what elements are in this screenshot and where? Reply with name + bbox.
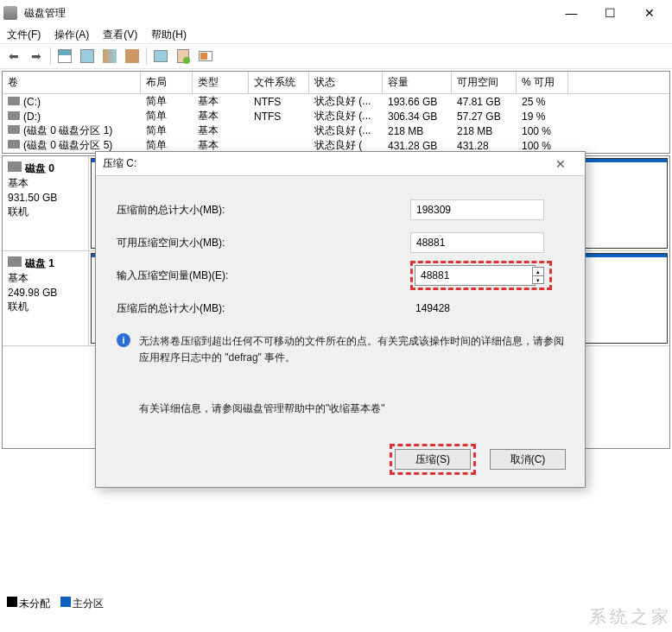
volume-table: 卷 布局 类型 文件系统 状态 容量 可用空间 % 可用 (C:)简单基本NTF… [2,71,670,154]
menu-help[interactable]: 帮助(H) [151,28,187,42]
legend-swatch-unallocated [7,597,17,607]
col-pct[interactable]: % 可用 [517,72,568,93]
dialog-title-text: 压缩 C: [103,156,136,171]
value-size-after: 149428 [410,299,544,318]
label-shrink-amount: 输入压缩空间量(MB)(E): [117,269,410,283]
label-size-after: 压缩后的总计大小(MB): [117,301,410,316]
legend: 未分配 主分区 [7,597,104,611]
menu-bar: 文件(F) 操作(A) 查看(V) 帮助(H) [0,26,672,43]
table-row[interactable]: (D:)简单基本NTFS状态良好 (...306.34 GB57.27 GB19… [3,109,669,123]
disk-icon [8,161,22,172]
info-text-1: 无法将卷压缩到超出任何不可移动的文件所在的点。有关完成该操作时间的详细信息，请参… [139,333,564,366]
table-header: 卷 布局 类型 文件系统 状态 容量 可用空间 % 可用 [3,72,669,94]
disk-icon [8,256,22,267]
minimize-button[interactable]: — [552,1,591,25]
label-size-before: 压缩前的总计大小(MB): [117,203,410,218]
toolbar-icon-2[interactable] [77,46,98,66]
toolbar [0,43,672,69]
window-titlebar: 磁盘管理 — ☐ ✕ [0,0,672,26]
disk-0-label[interactable]: 磁盘 0 基本 931.50 GB 联机 [3,156,89,250]
col-free[interactable]: 可用空间 [452,72,517,93]
toolbar-icon-6[interactable] [173,46,193,66]
col-capacity[interactable]: 容量 [383,72,452,93]
col-type[interactable]: 类型 [193,72,249,93]
toolbar-icon-1[interactable] [54,46,75,66]
disk-1-label[interactable]: 磁盘 1 基本 249.98 GB 联机 [3,251,89,345]
spinner-down-icon[interactable]: ▾ [533,276,543,284]
window-title: 磁盘管理 [24,6,552,21]
toolbar-icon-4[interactable] [122,46,143,66]
col-volume[interactable]: 卷 [3,72,141,93]
shrink-dialog: 压缩 C: ✕ 压缩前的总计大小(MB): 198309 可用压缩空间大小(MB… [95,151,586,488]
toolbar-icon-3[interactable] [99,46,120,66]
col-status[interactable]: 状态 [309,72,383,93]
dialog-titlebar: 压缩 C: ✕ [96,152,585,176]
shrink-amount-input[interactable] [415,265,536,286]
col-layout[interactable]: 布局 [141,72,193,93]
info-text-2: 有关详细信息，请参阅磁盘管理帮助中的"收缩基本卷" [139,401,385,417]
forward-button[interactable] [26,46,47,66]
col-fs[interactable]: 文件系统 [249,72,309,93]
shrink-input-highlight: ▴ ▾ [410,261,552,290]
menu-action[interactable]: 操作(A) [54,28,89,42]
dialog-close-button[interactable]: ✕ [543,157,578,171]
legend-primary: 主分区 [73,597,104,610]
cancel-button[interactable]: 取消(C) [490,449,566,470]
shrink-button[interactable]: 压缩(S) [395,449,471,470]
label-avail-shrink: 可用压缩空间大小(MB): [117,236,410,250]
close-button[interactable]: ✕ [630,1,669,25]
table-row[interactable]: (磁盘 0 磁盘分区 1)简单基本状态良好 (...218 MB218 MB10… [3,123,669,138]
watermark: 系统之家 [589,605,672,629]
toolbar-icon-7[interactable] [195,46,216,66]
info-icon: i [117,333,130,347]
menu-file[interactable]: 文件(F) [7,28,41,42]
value-size-before: 198309 [410,199,544,220]
app-icon [3,6,17,20]
shrink-button-highlight: 压缩(S) [390,444,476,475]
toolbar-icon-5[interactable] [150,46,171,66]
legend-unallocated: 未分配 [19,597,50,610]
spinner[interactable]: ▴ ▾ [532,267,544,284]
table-row[interactable]: (C:)简单基本NTFS状态良好 (...193.66 GB47.81 GB25… [3,94,669,109]
value-avail-shrink: 48881 [410,232,544,253]
legend-swatch-primary [60,597,71,607]
back-button[interactable] [3,46,24,66]
spinner-up-icon[interactable]: ▴ [533,268,543,276]
menu-view[interactable]: 查看(V) [103,28,137,42]
maximize-button[interactable]: ☐ [591,1,630,25]
